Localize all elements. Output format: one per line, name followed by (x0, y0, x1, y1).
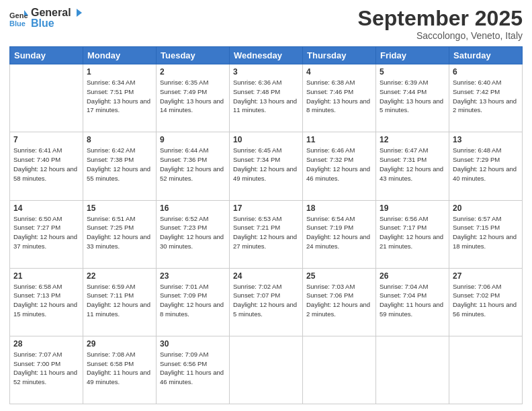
day-info: Sunrise: 6:38 AMSunset: 7:46 PMDaylight:… (306, 78, 372, 115)
calendar-cell: 27Sunrise: 7:06 AMSunset: 7:02 PMDayligh… (449, 268, 523, 336)
month-title: September 2025 (358, 7, 523, 30)
day-number: 24 (233, 271, 299, 281)
calendar-header-friday: Friday (376, 47, 449, 64)
day-number: 25 (306, 271, 372, 281)
day-info: Sunrise: 6:54 AMSunset: 7:19 PMDaylight:… (306, 214, 372, 251)
day-number: 7 (13, 135, 79, 144)
calendar-cell: 2Sunrise: 6:35 AMSunset: 7:49 PMDaylight… (157, 64, 230, 132)
calendar-week-row: 28Sunrise: 7:07 AMSunset: 7:00 PMDayligh… (10, 336, 523, 404)
calendar-cell (376, 336, 449, 404)
header: General Blue General Blue September 2025… (9, 7, 523, 41)
day-number: 21 (13, 271, 79, 281)
day-info: Sunrise: 6:40 AMSunset: 7:42 PMDaylight:… (453, 78, 519, 115)
calendar-cell: 12Sunrise: 6:47 AMSunset: 7:31 PMDayligh… (376, 132, 449, 200)
day-number: 16 (160, 203, 226, 213)
logo: General Blue General Blue (9, 7, 82, 29)
calendar-cell (10, 64, 83, 132)
calendar-cell: 21Sunrise: 6:58 AMSunset: 7:13 PMDayligh… (10, 268, 83, 336)
day-number: 5 (380, 67, 445, 77)
day-number: 17 (233, 203, 299, 213)
calendar-header-saturday: Saturday (449, 47, 523, 64)
calendar-cell: 6Sunrise: 6:40 AMSunset: 7:42 PMDaylight… (449, 64, 523, 132)
day-info: Sunrise: 6:51 AMSunset: 7:25 PMDaylight:… (87, 214, 152, 251)
day-number: 1 (87, 67, 152, 77)
day-number: 30 (160, 339, 226, 349)
day-info: Sunrise: 6:47 AMSunset: 7:31 PMDaylight:… (380, 146, 445, 183)
day-number: 23 (160, 271, 226, 281)
day-info: Sunrise: 7:07 AMSunset: 7:00 PMDaylight:… (13, 350, 79, 387)
calendar-cell: 29Sunrise: 7:08 AMSunset: 6:58 PMDayligh… (83, 336, 157, 404)
calendar-cell: 24Sunrise: 7:02 AMSunset: 7:07 PMDayligh… (230, 268, 303, 336)
day-number: 15 (87, 203, 152, 213)
calendar-week-row: 1Sunrise: 6:34 AMSunset: 7:51 PMDaylight… (10, 64, 523, 132)
day-info: Sunrise: 6:50 AMSunset: 7:27 PMDaylight:… (13, 214, 79, 251)
day-number: 14 (13, 203, 79, 213)
calendar-header-wednesday: Wednesday (230, 47, 303, 64)
calendar-cell: 1Sunrise: 6:34 AMSunset: 7:51 PMDaylight… (83, 64, 157, 132)
calendar-table: SundayMondayTuesdayWednesdayThursdayFrid… (9, 46, 523, 404)
calendar-cell (449, 336, 523, 404)
calendar-cell: 9Sunrise: 6:44 AMSunset: 7:36 PMDaylight… (157, 132, 230, 200)
calendar-cell: 28Sunrise: 7:07 AMSunset: 7:00 PMDayligh… (10, 336, 83, 404)
calendar-header-monday: Monday (83, 47, 157, 64)
day-number: 19 (380, 203, 445, 213)
day-number: 3 (233, 67, 299, 77)
svg-text:Blue: Blue (9, 19, 26, 28)
calendar-cell: 26Sunrise: 7:04 AMSunset: 7:04 PMDayligh… (376, 268, 449, 336)
calendar-cell: 17Sunrise: 6:53 AMSunset: 7:21 PMDayligh… (230, 200, 303, 268)
day-info: Sunrise: 6:57 AMSunset: 7:15 PMDaylight:… (453, 214, 519, 251)
day-info: Sunrise: 6:53 AMSunset: 7:21 PMDaylight:… (233, 214, 299, 251)
calendar-cell: 13Sunrise: 6:48 AMSunset: 7:29 PMDayligh… (449, 132, 523, 200)
day-info: Sunrise: 6:42 AMSunset: 7:38 PMDaylight:… (87, 146, 152, 183)
day-info: Sunrise: 7:09 AMSunset: 6:56 PMDaylight:… (160, 350, 226, 387)
svg-marker-3 (77, 9, 82, 17)
calendar-week-row: 7Sunrise: 6:41 AMSunset: 7:40 PMDaylight… (10, 132, 523, 200)
day-info: Sunrise: 7:03 AMSunset: 7:06 PMDaylight:… (306, 282, 372, 319)
calendar-cell: 14Sunrise: 6:50 AMSunset: 7:27 PMDayligh… (10, 200, 83, 268)
calendar-header-tuesday: Tuesday (157, 47, 230, 64)
calendar-week-row: 14Sunrise: 6:50 AMSunset: 7:27 PMDayligh… (10, 200, 523, 268)
day-number: 2 (160, 67, 226, 77)
day-info: Sunrise: 6:56 AMSunset: 7:17 PMDaylight:… (380, 214, 445, 251)
calendar-cell: 18Sunrise: 6:54 AMSunset: 7:19 PMDayligh… (303, 200, 376, 268)
logo-arrow-icon (73, 8, 82, 17)
calendar-cell: 3Sunrise: 6:36 AMSunset: 7:48 PMDaylight… (230, 64, 303, 132)
calendar-cell: 15Sunrise: 6:51 AMSunset: 7:25 PMDayligh… (83, 200, 157, 268)
day-number: 22 (87, 271, 152, 281)
day-info: Sunrise: 6:58 AMSunset: 7:13 PMDaylight:… (13, 282, 79, 319)
logo-blue: Blue (31, 17, 82, 30)
calendar-cell: 5Sunrise: 6:39 AMSunset: 7:44 PMDaylight… (376, 64, 449, 132)
location-title: Saccolongo, Veneto, Italy (358, 30, 523, 41)
day-number: 6 (453, 67, 519, 77)
calendar-cell: 4Sunrise: 6:38 AMSunset: 7:46 PMDaylight… (303, 64, 376, 132)
day-info: Sunrise: 6:36 AMSunset: 7:48 PMDaylight:… (233, 78, 299, 115)
day-info: Sunrise: 6:45 AMSunset: 7:34 PMDaylight:… (233, 146, 299, 183)
day-info: Sunrise: 7:04 AMSunset: 7:04 PMDaylight:… (380, 282, 445, 319)
day-info: Sunrise: 6:46 AMSunset: 7:32 PMDaylight:… (306, 146, 372, 183)
calendar-header-thursday: Thursday (303, 47, 376, 64)
day-info: Sunrise: 6:59 AMSunset: 7:11 PMDaylight:… (87, 282, 152, 319)
calendar-cell: 16Sunrise: 6:52 AMSunset: 7:23 PMDayligh… (157, 200, 230, 268)
day-number: 26 (380, 271, 445, 281)
calendar-cell: 23Sunrise: 7:01 AMSunset: 7:09 PMDayligh… (157, 268, 230, 336)
calendar-cell: 22Sunrise: 6:59 AMSunset: 7:11 PMDayligh… (83, 268, 157, 336)
calendar-cell: 30Sunrise: 7:09 AMSunset: 6:56 PMDayligh… (157, 336, 230, 404)
day-info: Sunrise: 6:41 AMSunset: 7:40 PMDaylight:… (13, 146, 79, 183)
day-info: Sunrise: 7:01 AMSunset: 7:09 PMDaylight:… (160, 282, 226, 319)
day-info: Sunrise: 7:06 AMSunset: 7:02 PMDaylight:… (453, 282, 519, 319)
calendar-cell (230, 336, 303, 404)
day-info: Sunrise: 7:02 AMSunset: 7:07 PMDaylight:… (233, 282, 299, 319)
calendar-cell: 11Sunrise: 6:46 AMSunset: 7:32 PMDayligh… (303, 132, 376, 200)
calendar-header-sunday: Sunday (10, 47, 83, 64)
day-info: Sunrise: 7:08 AMSunset: 6:58 PMDaylight:… (87, 350, 152, 387)
day-number: 13 (453, 135, 519, 144)
day-number: 28 (13, 339, 79, 349)
calendar-header-row: SundayMondayTuesdayWednesdayThursdayFrid… (10, 47, 523, 64)
title-area: September 2025 Saccolongo, Veneto, Italy (358, 7, 523, 41)
day-number: 11 (306, 135, 372, 144)
day-number: 4 (306, 67, 372, 77)
day-number: 29 (87, 339, 152, 349)
day-number: 12 (380, 135, 445, 144)
day-info: Sunrise: 6:39 AMSunset: 7:44 PMDaylight:… (380, 78, 445, 115)
calendar-cell: 10Sunrise: 6:45 AMSunset: 7:34 PMDayligh… (230, 132, 303, 200)
